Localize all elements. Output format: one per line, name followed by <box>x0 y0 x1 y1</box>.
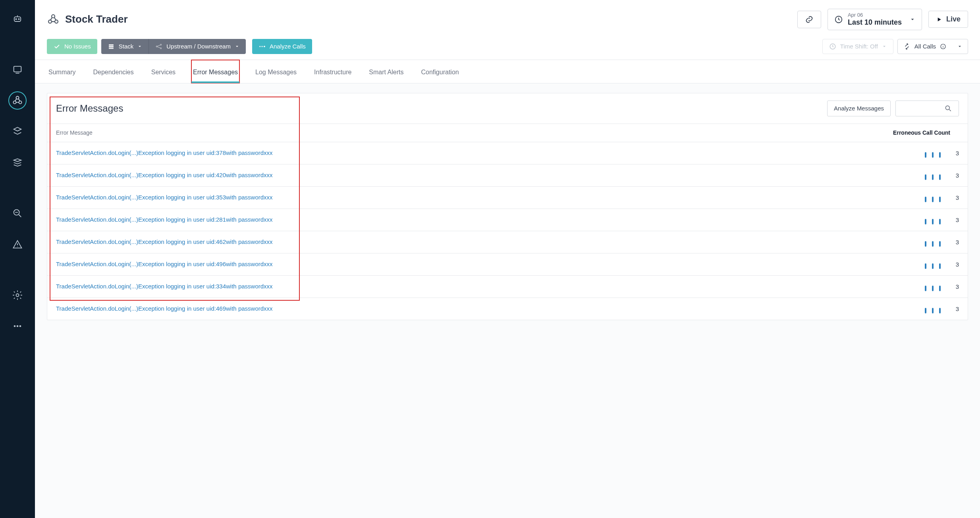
nav-item-platforms[interactable] <box>8 122 27 141</box>
error-message-link[interactable]: TradeServletAction.doLogin(...)Exception… <box>56 238 273 245</box>
sort-desc-icon <box>953 130 959 135</box>
infra-icon <box>12 157 23 168</box>
no-issues-label: No Issues <box>64 43 91 50</box>
no-issues-badge[interactable]: No Issues <box>47 39 97 54</box>
analyze-icon <box>12 208 23 219</box>
all-calls-label: All Calls <box>914 43 936 50</box>
sparkline <box>925 237 947 247</box>
svg-rect-3 <box>14 66 21 72</box>
chevron-down-icon <box>957 44 962 49</box>
table-row[interactable]: TradeServletAction.doLogin(...)Exception… <box>47 164 968 186</box>
table-row[interactable]: TradeServletAction.doLogin(...)Exception… <box>47 253 968 275</box>
chevron-down-icon <box>882 44 887 49</box>
all-calls-dropdown[interactable]: All Calls <box>897 39 968 54</box>
nav-item-settings[interactable] <box>8 286 27 304</box>
nav-item-robot[interactable] <box>8 10 27 28</box>
page-header: Stock Trader Apr 06 Last 10 minutes Live <box>35 0 980 36</box>
table-row[interactable]: TradeServletAction.doLogin(...)Exception… <box>47 275 968 298</box>
time-shift-dropdown[interactable]: Time Shift: Off <box>822 39 893 54</box>
toolbar: No Issues Stack Upstream / Downstream An… <box>35 36 980 60</box>
nav-item-apps[interactable] <box>8 91 27 110</box>
all-calls-icon <box>903 43 911 50</box>
sparkline <box>925 215 947 224</box>
call-count: 3 <box>953 305 959 312</box>
time-shift-label: Time Shift: Off <box>840 43 878 50</box>
website-icon <box>12 64 23 75</box>
clock-icon <box>829 43 836 50</box>
error-message-link[interactable]: TradeServletAction.doLogin(...)Exception… <box>56 305 273 312</box>
sparkline <box>925 193 947 202</box>
col-header-message[interactable]: Error Message <box>56 130 880 136</box>
time-range-picker[interactable]: Apr 06 Last 10 minutes <box>828 9 922 30</box>
svg-point-23 <box>261 46 262 47</box>
panel-title: Error Messages <box>56 103 822 114</box>
error-messages-panel: Error Messages Analyze Messages Error Me… <box>47 93 968 320</box>
svg-point-20 <box>160 44 162 45</box>
call-count: 3 <box>953 261 959 268</box>
error-messages-table: Error Message Erroneous Call Count Trade… <box>47 124 968 320</box>
sparkline <box>925 170 947 180</box>
svg-rect-0 <box>14 17 21 21</box>
live-button[interactable]: Live <box>928 11 968 28</box>
tab-smart-alerts[interactable]: Smart Alerts <box>367 60 405 83</box>
stack-label: Stack <box>119 43 134 50</box>
svg-point-8 <box>16 294 19 297</box>
col-header-count[interactable]: Erroneous Call Count <box>880 130 959 136</box>
tabs: Summary Dependencies Services Error Mess… <box>35 60 980 83</box>
page-title: Stock Trader <box>65 13 128 25</box>
svg-rect-17 <box>109 46 114 47</box>
tab-configuration[interactable]: Configuration <box>420 60 461 83</box>
table-row[interactable]: TradeServletAction.doLogin(...)Exception… <box>47 231 968 253</box>
chevron-down-icon <box>910 17 915 22</box>
table-row[interactable]: TradeServletAction.doLogin(...)Exception… <box>47 209 968 231</box>
nav-item-website[interactable] <box>8 60 27 79</box>
error-message-link[interactable]: TradeServletAction.doLogin(...)Exception… <box>56 172 273 178</box>
share-link-button[interactable] <box>797 11 821 28</box>
svg-point-19 <box>156 46 157 47</box>
events-icon <box>12 239 23 250</box>
call-count: 3 <box>953 150 959 157</box>
tab-services[interactable]: Services <box>150 60 177 83</box>
link-icon <box>805 15 814 24</box>
nav-item-more[interactable] <box>8 317 27 335</box>
svg-point-1 <box>15 19 16 19</box>
error-message-link[interactable]: TradeServletAction.doLogin(...)Exception… <box>56 283 273 290</box>
analyze-calls-icon <box>259 43 266 50</box>
apps-icon <box>47 13 60 26</box>
call-count: 3 <box>953 172 959 179</box>
play-icon <box>936 16 942 23</box>
nav-item-events[interactable] <box>8 235 27 253</box>
error-message-link[interactable]: TradeServletAction.doLogin(...)Exception… <box>56 149 273 156</box>
analyze-messages-button[interactable]: Analyze Messages <box>827 101 891 116</box>
live-label: Live <box>946 15 961 23</box>
error-message-link[interactable]: TradeServletAction.doLogin(...)Exception… <box>56 216 273 223</box>
tab-infrastructure[interactable]: Infrastructure <box>313 60 353 83</box>
svg-point-13 <box>48 20 52 23</box>
nav-item-infra[interactable] <box>8 153 27 172</box>
analyze-calls-label: Analyze Calls <box>270 43 306 50</box>
table-row[interactable]: TradeServletAction.doLogin(...)Exception… <box>47 186 968 209</box>
robot-icon <box>12 13 23 24</box>
analyze-calls-button[interactable]: Analyze Calls <box>252 39 312 54</box>
info-icon <box>940 43 946 50</box>
tab-log-messages[interactable]: Log Messages <box>254 60 298 83</box>
check-icon <box>53 43 60 50</box>
error-message-link[interactable]: TradeServletAction.doLogin(...)Exception… <box>56 194 273 201</box>
tab-summary[interactable]: Summary <box>47 60 77 83</box>
chevron-down-icon <box>137 44 142 49</box>
sparkline <box>925 282 947 291</box>
clock-icon <box>834 15 843 24</box>
search-input[interactable] <box>895 101 959 116</box>
table-row[interactable]: TradeServletAction.doLogin(...)Exception… <box>47 142 968 164</box>
upstream-downstream-dropdown[interactable]: Upstream / Downstream <box>149 39 246 54</box>
tab-error-messages[interactable]: Error Messages <box>191 60 239 83</box>
error-message-link[interactable]: TradeServletAction.doLogin(...)Exception… <box>56 261 273 267</box>
nav-rail <box>0 0 35 518</box>
stack-dropdown[interactable]: Stack <box>101 39 149 54</box>
nav-item-analyze[interactable] <box>8 204 27 222</box>
tab-dependencies[interactable]: Dependencies <box>91 60 135 83</box>
svg-point-11 <box>19 325 21 327</box>
svg-rect-18 <box>109 48 114 48</box>
table-row[interactable]: TradeServletAction.doLogin(...)Exception… <box>47 298 968 320</box>
call-count: 3 <box>953 194 959 201</box>
